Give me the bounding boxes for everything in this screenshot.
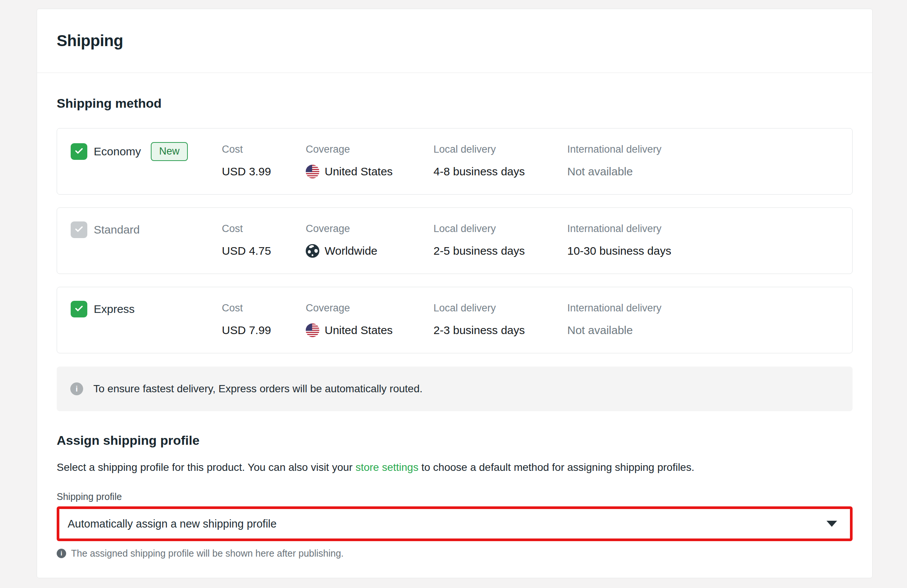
local-delivery-column-label: Local delivery [433,222,525,235]
cost-value: USD 7.99 [222,323,271,338]
method-name: Economy [94,143,141,160]
standard-checkbox[interactable] [71,221,87,238]
shipping-profile-select[interactable]: Automatically assign a new shipping prof… [57,506,853,541]
shipping-method-heading: Shipping method [57,96,853,111]
shipping-profile-select-value: Automatically assign a new shipping prof… [68,518,277,530]
store-settings-link[interactable]: store settings [356,461,419,473]
shipping-profile-note-text: The assigned shipping profile will be sh… [71,548,343,559]
checkmark-icon [74,303,84,315]
new-badge: New [151,142,188,161]
shipping-profile-label: Shipping profile [57,491,853,502]
globe-icon [306,244,319,258]
international-delivery-column-label: International delivery [567,143,661,156]
coverage-column-label: Coverage [306,222,378,235]
method-name: Express [94,301,135,317]
cost-column-label: Cost [222,301,271,314]
local-delivery-value: 4-8 business days [433,164,525,179]
cost-value: USD 4.75 [222,244,271,258]
chevron-down-icon [827,521,837,527]
coverage-value: United States [306,323,393,338]
assign-description-after: to choose a default method for assigning… [418,461,694,473]
international-delivery-column-label: International delivery [567,301,661,314]
card-header: Shipping [37,9,872,73]
local-delivery-column-label: Local delivery [433,143,525,156]
cost-column-label: Cost [222,143,271,156]
local-delivery-value: 2-3 business days [433,323,525,338]
coverage-value: United States [306,164,393,179]
coverage-column-label: Coverage [306,301,393,314]
checkmark-icon [74,146,84,158]
economy-checkbox[interactable] [71,143,87,160]
assign-shipping-profile-heading: Assign shipping profile [57,433,853,448]
shipping-method-row-economy: Economy New Cost USD 3.99 Coverage [57,128,853,195]
us-flag-icon [306,324,319,337]
card-body: Shipping method Economy New Cost USD 3.9… [37,96,872,559]
method-name: Standard [94,221,140,238]
local-delivery-column-label: Local delivery [433,301,525,314]
info-banner-text: To ensure fastest delivery, Express orde… [93,383,423,395]
international-delivery-column-label: International delivery [567,222,671,235]
international-delivery-value: Not available [567,164,661,179]
assign-description: Select a shipping profile for this produ… [57,460,853,475]
local-delivery-value: 2-5 business days [433,244,525,258]
international-delivery-value: 10-30 business days [567,244,671,258]
express-checkbox[interactable] [71,301,87,317]
coverage-column-label: Coverage [306,143,393,156]
shipping-method-row-standard: Standard Cost USD 4.75 Coverage [57,207,853,274]
cost-value: USD 3.99 [222,164,271,179]
international-delivery-value: Not available [567,323,661,338]
us-flag-icon [306,165,319,178]
info-banner: i To ensure fastest delivery, Express or… [57,367,853,411]
info-icon: i [70,383,83,395]
shipping-profile-note: i The assigned shipping profile will be … [57,548,853,559]
page-title: Shipping [57,32,123,50]
page-background: Shipping Shipping method Economy New Cos… [0,0,907,588]
coverage-value: Worldwide [306,244,378,258]
checkmark-icon [74,224,84,236]
shipping-card: Shipping Shipping method Economy New Cos… [37,9,873,578]
assign-description-before: Select a shipping profile for this produ… [57,461,356,473]
cost-column-label: Cost [222,222,271,235]
shipping-method-row-express: Express Cost USD 7.99 Coverage [57,287,853,353]
info-icon-small: i [57,549,66,558]
